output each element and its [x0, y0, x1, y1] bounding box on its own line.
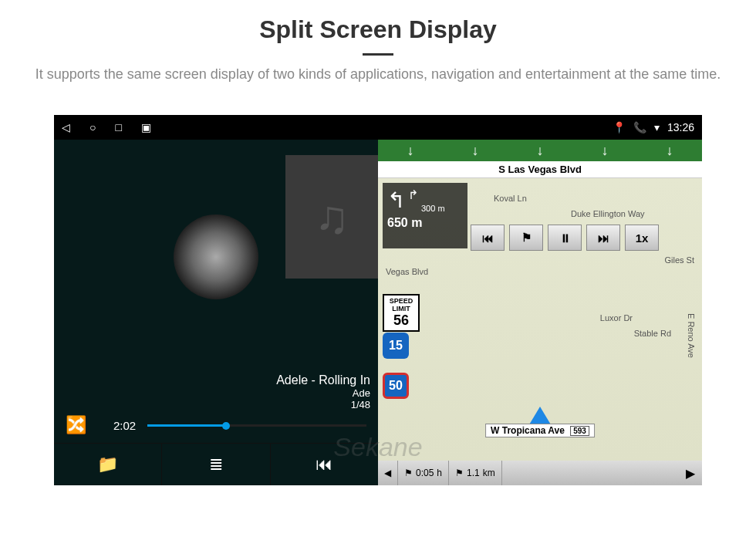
- eta-cell: ⚑ 0:05h: [398, 461, 449, 485]
- status-bar: ◁ ○ □ ▣ 📍 📞 ▾ 13:26: [54, 115, 702, 140]
- folder-button[interactable]: 📁: [54, 444, 162, 485]
- speed-limit-label: SPEED LIMIT: [386, 297, 417, 312]
- progress-row: 🔀 2:02: [54, 410, 378, 443]
- distance-unit: km: [483, 468, 495, 478]
- track-info: Adele - Rolling In Ade 1/48: [54, 373, 378, 410]
- track-title: Adele - Rolling In: [62, 373, 370, 387]
- album-art-disc: [174, 214, 258, 299]
- current-street-label: W Tropicana Ave 593: [485, 424, 595, 437]
- current-street-name: W Tropicana Ave: [491, 425, 565, 436]
- navigation-pane: ↓ ↓ ↓ ↓ ↓ S Las Vegas Blvd ↰ ↱ 300 m 650…: [378, 140, 702, 485]
- split-container: ♫ Adele - Rolling In Ade 1/48 🔀 2:02 📁 ≣…: [54, 140, 702, 485]
- waypoint-prev-button[interactable]: ◀: [378, 461, 398, 485]
- waypoint-next-button[interactable]: ▶: [679, 466, 702, 481]
- lane-arrow-icon: ↓: [574, 140, 636, 161]
- turn-right-small-icon: ↱: [408, 187, 418, 213]
- progress-fill: [147, 424, 224, 427]
- speed-limit-sign: SPEED LIMIT 56: [383, 294, 420, 332]
- album-art-tile: ♫: [285, 155, 378, 279]
- speed-limit-value: 56: [386, 312, 417, 329]
- track-artist: Ade: [62, 387, 370, 399]
- title-divider: [363, 53, 393, 56]
- road-label: Vegas Blvd: [386, 267, 428, 276]
- page-subtitle: It supports the same screen display of t…: [0, 65, 756, 84]
- page-header: Split Screen Display It supports the sam…: [0, 0, 756, 92]
- road-label: Duke Ellington Way: [571, 209, 645, 218]
- back-icon[interactable]: ◁: [62, 121, 70, 133]
- previous-track-button[interactable]: ⏮: [271, 444, 378, 485]
- recent-icon[interactable]: □: [115, 121, 121, 133]
- wifi-icon: ▾: [654, 121, 660, 133]
- map-canvas[interactable]: ↰ ↱ 300 m 650 m ⏮ ⚑ ⏸ ⏭ 1x SPEED LIMIT 5…: [378, 178, 702, 461]
- street-header: S Las Vegas Blvd: [378, 161, 702, 178]
- device-screen: ◁ ○ □ ▣ 📍 📞 ▾ 13:26 ♫ Adele - Rolling In…: [54, 115, 702, 485]
- shuffle-icon[interactable]: 🔀: [66, 415, 86, 435]
- clock-text: 13:26: [667, 121, 694, 133]
- home-icon[interactable]: ○: [89, 121, 96, 133]
- turn-distance: 650 m: [387, 216, 463, 230]
- location-icon: 📍: [613, 121, 626, 133]
- lane-arrow-icon: ↓: [509, 140, 571, 161]
- map-flag-button[interactable]: ⚑: [509, 225, 543, 251]
- current-street-number: 593: [570, 426, 589, 436]
- map-speed-button[interactable]: 1x: [625, 225, 659, 251]
- current-speed: 50: [383, 373, 409, 399]
- flag-icon: ⚑: [404, 468, 413, 478]
- playlist-button[interactable]: ≣: [162, 444, 270, 485]
- road-label: Giles St: [664, 255, 694, 265]
- map-prev-button[interactable]: ⏮: [471, 225, 505, 251]
- music-pane: ♫ Adele - Rolling In Ade 1/48 🔀 2:02 📁 ≣…: [54, 140, 378, 485]
- page-title: Split Screen Display: [0, 15, 756, 44]
- route-shield: 15: [383, 333, 409, 359]
- progress-knob[interactable]: [222, 422, 230, 430]
- lane-guidance-bar: ↓ ↓ ↓ ↓ ↓: [378, 140, 702, 161]
- next-turn-distance: 300 m: [421, 204, 445, 213]
- road-label: Stable Rd: [634, 329, 671, 338]
- flag-icon: ⚑: [455, 468, 464, 478]
- album-area: ♫: [54, 140, 378, 373]
- progress-bar[interactable]: [147, 424, 366, 427]
- turn-panel: ↰ ↱ 300 m 650 m: [383, 183, 467, 248]
- eta-hours: 0:05: [416, 468, 434, 478]
- gallery-icon[interactable]: ▣: [141, 121, 151, 133]
- road-label: E Reno Ave: [687, 313, 696, 358]
- player-toolbar: 📁 ≣ ⏮: [54, 443, 378, 485]
- map-controls: ⏮ ⚑ ⏸ ⏭ 1x: [471, 225, 659, 251]
- lane-arrow-icon: ↓: [639, 140, 700, 161]
- road-label: Luxor Dr: [600, 313, 633, 323]
- map-status-bar: ◀ ⚑ 0:05h ⚑ 1.1 km ▶: [378, 461, 702, 485]
- lane-arrow-icon: ↓: [444, 140, 506, 161]
- track-index: 1/48: [62, 399, 370, 410]
- distance-value: 1.1: [467, 468, 480, 478]
- map-next-button[interactable]: ⏭: [586, 225, 620, 251]
- phone-icon: 📞: [633, 121, 646, 133]
- music-note-icon: ♫: [315, 191, 349, 244]
- turn-left-icon: ↰: [387, 187, 405, 213]
- elapsed-time: 2:02: [113, 419, 136, 432]
- distance-cell: ⚑ 1.1 km: [449, 461, 502, 485]
- lane-arrow-icon: ↓: [380, 140, 441, 161]
- map-pause-button[interactable]: ⏸: [548, 225, 582, 251]
- road-label: Koval Ln: [494, 194, 527, 203]
